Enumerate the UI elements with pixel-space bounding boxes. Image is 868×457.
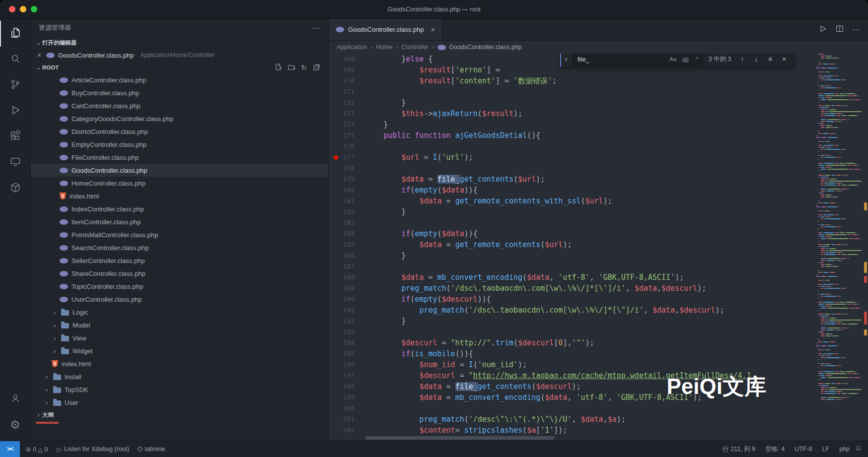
close-window-button[interactable] xyxy=(9,6,15,12)
line-gutter[interactable]: 198 xyxy=(329,381,365,392)
breadcrumb-item[interactable]: Controller xyxy=(402,44,429,51)
line-gutter[interactable]: 196 xyxy=(329,359,365,370)
regex-toggle[interactable]: .* xyxy=(693,56,700,63)
tree-item[interactable]: CartController.class.php xyxy=(31,99,328,112)
status-item-language-mode[interactable]: php xyxy=(839,446,850,453)
split-editor-icon[interactable] xyxy=(835,24,844,35)
tree-item[interactable]: ›Widget xyxy=(31,344,328,357)
line-gutter[interactable]: 181 xyxy=(329,196,365,206)
tree-item[interactable]: ArticleController.class.php xyxy=(31,73,328,86)
line-gutter[interactable]: 175 xyxy=(329,130,365,141)
line-gutter[interactable]: 182 xyxy=(329,206,365,217)
line-gutter[interactable]: 188 xyxy=(329,272,365,283)
line-gutter[interactable]: 173 xyxy=(329,108,365,119)
more-actions-icon[interactable]: ⋯ xyxy=(852,25,860,34)
close-icon[interactable]: × xyxy=(431,26,434,34)
line-gutter[interactable]: 187 xyxy=(329,261,365,272)
tab-goodscontroller[interactable]: GoodsController.class.php × xyxy=(329,19,442,40)
line-gutter[interactable]: 186 xyxy=(329,250,365,261)
line-gutter[interactable]: 184 xyxy=(329,228,365,239)
refresh-icon[interactable]: ↻ xyxy=(301,64,307,71)
find-previous-button[interactable]: ↑ xyxy=(737,55,747,63)
line-gutter[interactable]: 192 xyxy=(329,316,365,326)
tree-item[interactable]: FileController.class.php xyxy=(31,151,328,164)
breakpoint-icon[interactable] xyxy=(334,155,338,160)
line-gutter[interactable]: 190 xyxy=(329,294,365,305)
activity-run-debug[interactable] xyxy=(0,98,31,124)
tree-item[interactable]: 5index.html xyxy=(31,190,328,202)
tree-item[interactable]: ItemController.class.php xyxy=(31,215,328,228)
notifications-bell-icon[interactable] xyxy=(855,445,868,454)
zoom-window-button[interactable] xyxy=(31,6,37,12)
line-gutter[interactable]: 189 xyxy=(329,283,365,294)
run-or-debug-icon[interactable] xyxy=(818,24,827,35)
activity-source-control[interactable] xyxy=(0,72,31,98)
tree-item[interactable]: EmptyController.class.php xyxy=(31,138,328,151)
minimap[interactable] xyxy=(814,54,862,441)
line-gutter[interactable]: 185 xyxy=(329,239,365,250)
activity-settings[interactable]: ⚙ xyxy=(0,412,31,438)
find-input[interactable] xyxy=(578,56,665,63)
line-gutter[interactable]: 170 xyxy=(329,75,365,86)
line-gutter[interactable]: 183 xyxy=(329,217,365,228)
find-close-button[interactable]: × xyxy=(779,55,789,63)
tree-item[interactable]: UserController.class.php xyxy=(31,293,328,306)
collapse-all-icon[interactable] xyxy=(312,63,320,72)
line-gutter[interactable]: 197 xyxy=(329,370,365,381)
activity-explorer[interactable] xyxy=(0,21,31,47)
activity-search[interactable] xyxy=(0,47,31,72)
find-in-selection-button[interactable]: ≡ xyxy=(765,55,775,63)
tree-item[interactable]: CategoryGoodsController.class.php xyxy=(31,112,328,125)
status-item-encoding[interactable]: UTF-8 xyxy=(795,446,812,453)
open-editors-header[interactable]: ⌄ 打开的编辑器 xyxy=(31,37,328,49)
line-gutter[interactable]: 200 xyxy=(329,403,365,414)
line-gutter[interactable]: 179 xyxy=(329,174,365,185)
tree-item[interactable]: 5index.html xyxy=(31,357,328,370)
status-item-eol[interactable]: LF xyxy=(822,446,830,453)
new-folder-icon[interactable] xyxy=(288,63,295,72)
match-case-toggle[interactable]: Aa xyxy=(668,56,678,63)
line-gutter[interactable]: 180 xyxy=(329,185,365,196)
new-file-icon[interactable] xyxy=(274,63,282,72)
tree-item[interactable]: SellerController.class.php xyxy=(31,254,328,267)
tree-item[interactable]: IndexController.class.php xyxy=(31,202,328,215)
line-gutter[interactable]: 194 xyxy=(329,337,365,348)
breadcrumb-item[interactable]: Home xyxy=(376,44,392,51)
line-gutter[interactable]: 177 xyxy=(329,152,365,163)
tree-item[interactable]: HomeController.class.php xyxy=(31,177,328,190)
find-next-button[interactable]: ↓ xyxy=(751,55,761,63)
line-gutter[interactable]: 174 xyxy=(329,119,365,130)
tree-item[interactable]: PointsMallController.class.php xyxy=(31,228,328,241)
horizontal-scrollbar[interactable] xyxy=(365,436,554,440)
open-editor-item[interactable]: × GoodsController.class.php Application/… xyxy=(31,49,328,62)
line-gutter[interactable]: 193 xyxy=(329,326,365,337)
tree-item[interactable]: ›Model xyxy=(31,319,328,331)
tree-item[interactable]: ›View xyxy=(31,331,328,344)
line-gutter[interactable]: 195 xyxy=(329,348,365,359)
toggle-replace-icon[interactable]: › xyxy=(563,55,569,64)
whole-word-toggle[interactable]: ab xyxy=(681,56,690,63)
tree-item[interactable]: ›User xyxy=(31,396,328,409)
line-gutter[interactable]: 201 xyxy=(329,414,365,425)
tree-item[interactable]: ShareController.class.php xyxy=(31,267,328,280)
root-folder-header[interactable]: ⌄ ROOT ↻ xyxy=(31,62,328,73)
status-item-xdebug-listener[interactable]: ▷Listen for Xdebug (root) xyxy=(57,446,129,453)
line-gutter[interactable]: 176 xyxy=(329,141,365,152)
remote-indicator[interactable]: >< xyxy=(0,441,20,457)
more-actions-icon[interactable]: ⋯ xyxy=(312,23,320,33)
activity-extensions[interactable] xyxy=(0,124,31,150)
status-item-problems[interactable]: ⊘ 0 △ 0 xyxy=(26,446,48,453)
tree-item[interactable]: TopicController.class.php xyxy=(31,280,328,293)
line-gutter[interactable]: 168 xyxy=(329,54,365,65)
activity-remote-explorer[interactable] xyxy=(0,150,31,176)
close-icon[interactable]: × xyxy=(36,51,43,59)
outline-header[interactable]: › 大纲 xyxy=(31,409,328,421)
tree-item[interactable]: BuyController.class.php xyxy=(31,86,328,99)
activity-accounts[interactable] xyxy=(0,386,31,412)
line-gutter[interactable]: 171 xyxy=(329,86,365,97)
status-item-indentation[interactable]: 空格: 4 xyxy=(765,445,785,454)
breadcrumb-item[interactable]: Application xyxy=(337,44,367,51)
tree-item[interactable]: GoodsController.class.php xyxy=(31,164,328,177)
line-gutter[interactable]: 202 xyxy=(329,425,365,436)
line-gutter[interactable]: 199 xyxy=(329,392,365,403)
